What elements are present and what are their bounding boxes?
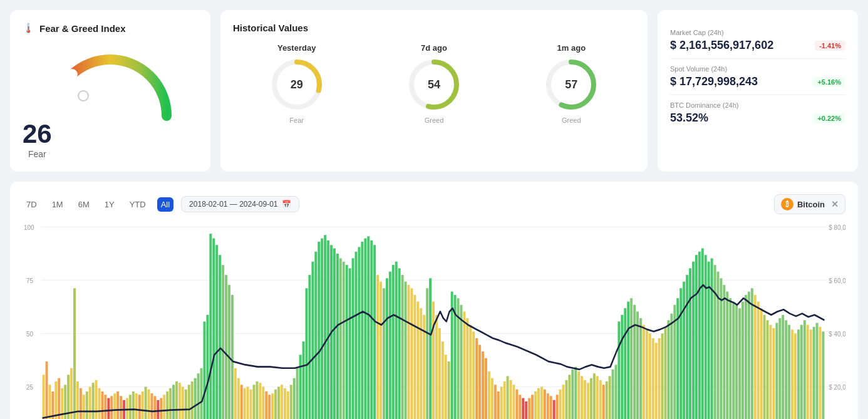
svg-rect-94 — [265, 391, 267, 419]
bars-2021-late — [432, 292, 487, 419]
svg-rect-178 — [525, 401, 527, 419]
svg-rect-238 — [711, 258, 713, 419]
period-6m[interactable]: 6M — [75, 197, 93, 212]
svg-rect-262 — [785, 320, 787, 419]
svg-rect-63 — [169, 388, 172, 419]
svg-rect-109 — [311, 262, 314, 419]
historical-title: Historical Values — [233, 23, 635, 33]
svg-rect-49 — [126, 398, 128, 419]
svg-rect-190 — [562, 385, 565, 419]
svg-rect-31 — [70, 368, 73, 419]
svg-rect-62 — [166, 391, 168, 419]
svg-rect-176 — [519, 395, 521, 419]
svg-rect-112 — [321, 239, 323, 419]
period-1y[interactable]: 1Y — [101, 197, 118, 212]
svg-rect-231 — [689, 268, 691, 419]
close-bitcoin-button[interactable]: ✕ — [831, 199, 839, 209]
period-all[interactable]: All — [157, 197, 173, 212]
svg-rect-214 — [636, 311, 639, 419]
svg-rect-173 — [510, 380, 512, 419]
hist-1m-gauge: 57 — [543, 56, 599, 113]
gauge-icon: 🌡️ — [23, 23, 34, 34]
svg-rect-272 — [816, 323, 819, 420]
bitcoin-tag[interactable]: ₿ Bitcoin ✕ — [774, 194, 845, 214]
svg-rect-100 — [284, 388, 286, 419]
svg-rect-45 — [113, 393, 116, 419]
chart-wrapper: 100 75 50 25 0 $ 80,000 $ 60,000 $ 40,00… — [23, 222, 845, 419]
svg-rect-138 — [401, 275, 404, 419]
svg-rect-242 — [723, 285, 725, 419]
svg-rect-73 — [200, 368, 203, 419]
hist-1m-value: 57 — [565, 78, 577, 91]
svg-point-0 — [78, 91, 88, 101]
svg-rect-236 — [705, 255, 707, 419]
stat-spotvolume-name: Spot Volume (24h) — [670, 65, 845, 73]
hist-item-1m: 1m ago 57 Greed — [508, 43, 635, 124]
svg-rect-83 — [231, 295, 234, 419]
bars-2023-mid — [606, 298, 673, 419]
svg-rect-199 — [590, 378, 592, 419]
svg-rect-79 — [219, 255, 221, 419]
svg-rect-33 — [76, 381, 79, 419]
svg-rect-60 — [160, 398, 162, 419]
gauge-svg — [41, 44, 179, 125]
svg-rect-78 — [215, 245, 218, 419]
svg-rect-187 — [553, 400, 555, 419]
svg-rect-91 — [256, 381, 258, 419]
fear-greed-title: 🌡️ Fear & Greed Index — [23, 23, 126, 34]
svg-rect-174 — [512, 385, 515, 419]
svg-rect-223 — [664, 327, 667, 419]
date-range-button[interactable]: 2018-02-01 — 2024-09-01 📅 — [181, 196, 299, 212]
svg-rect-197 — [584, 380, 586, 419]
svg-rect-255 — [763, 315, 766, 419]
svg-rect-249 — [745, 295, 747, 419]
period-1m[interactable]: 1M — [48, 197, 67, 212]
svg-rect-213 — [633, 305, 636, 419]
svg-rect-34 — [80, 388, 82, 419]
bitcoin-icon: ₿ — [781, 198, 793, 210]
svg-rect-216 — [643, 325, 645, 419]
svg-rect-193 — [571, 370, 574, 419]
svg-rect-194 — [574, 367, 577, 419]
svg-rect-164 — [482, 351, 484, 419]
svg-rect-170 — [500, 387, 503, 420]
hist-7d-period: 7d ago — [421, 43, 447, 53]
svg-rect-117 — [336, 254, 339, 419]
svg-rect-23 — [46, 361, 48, 419]
stat-marketcap-badge: -1.41% — [815, 41, 845, 51]
svg-rect-158 — [463, 311, 465, 419]
svg-text:$ 40,000: $ 40,000 — [829, 330, 845, 337]
svg-rect-198 — [587, 383, 589, 419]
svg-rect-148 — [432, 302, 435, 420]
period-7d[interactable]: 7D — [23, 197, 41, 212]
svg-rect-191 — [565, 380, 567, 419]
svg-rect-225 — [670, 314, 673, 419]
svg-rect-52 — [135, 393, 138, 419]
svg-rect-35 — [83, 395, 85, 419]
svg-rect-114 — [327, 241, 329, 419]
svg-rect-172 — [507, 376, 509, 420]
svg-rect-203 — [602, 385, 605, 419]
gauge-container — [23, 44, 198, 125]
svg-rect-133 — [386, 278, 388, 419]
svg-rect-248 — [741, 302, 744, 420]
svg-rect-42 — [104, 395, 106, 419]
svg-rect-125 — [361, 242, 363, 419]
svg-rect-202 — [599, 380, 602, 419]
svg-rect-183 — [540, 387, 543, 420]
bars-2024 — [673, 249, 824, 420]
svg-rect-65 — [175, 381, 178, 419]
stat-row-spotvolume: Spot Volume (24h) $ 17,729,998,243 +5.16… — [670, 59, 845, 95]
svg-rect-150 — [438, 328, 441, 419]
svg-rect-22 — [43, 375, 45, 419]
period-ytd[interactable]: YTD — [126, 197, 150, 212]
svg-rect-184 — [544, 390, 546, 419]
svg-rect-108 — [308, 275, 311, 419]
svg-rect-270 — [810, 329, 812, 419]
svg-rect-181 — [534, 391, 537, 419]
svg-rect-141 — [410, 288, 413, 419]
svg-rect-116 — [333, 249, 336, 420]
svg-rect-168 — [494, 385, 497, 419]
svg-rect-41 — [101, 391, 103, 419]
svg-rect-252 — [754, 295, 757, 419]
